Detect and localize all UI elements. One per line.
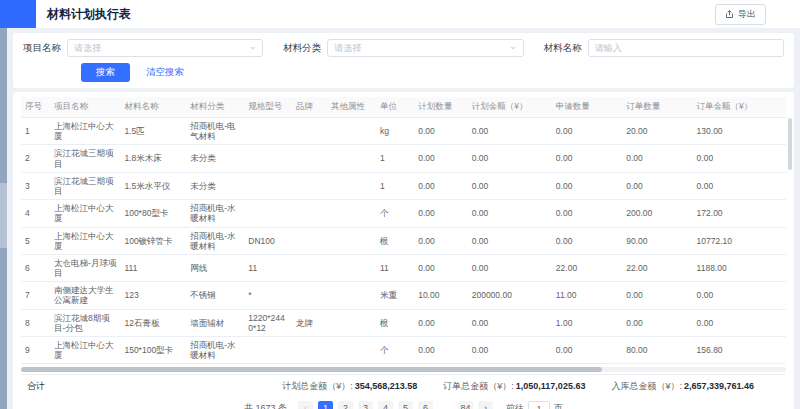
material-name-input[interactable] bbox=[595, 43, 777, 53]
page-ellipsis[interactable]: ... bbox=[438, 401, 453, 409]
page-button[interactable]: 1 bbox=[318, 401, 333, 409]
table-cell: 0.00 bbox=[414, 309, 468, 336]
table-cell: 200.00 bbox=[622, 200, 692, 227]
table-cell: kg bbox=[376, 118, 414, 145]
table-cell bbox=[292, 227, 327, 254]
horizontal-scrollbar-thumb[interactable] bbox=[21, 367, 602, 372]
table-cell: 90.00 bbox=[622, 227, 692, 254]
vertical-scrollbar[interactable] bbox=[788, 118, 792, 170]
export-button-label: 导出 bbox=[738, 8, 756, 21]
inbound-total-value: 2,657,339,761.46 bbox=[684, 381, 754, 391]
filter-row: 项目名称 请选择 ⌄ 材料分类 请选择 ⌄ 材料名称 bbox=[23, 39, 784, 57]
collapsed-sidebar[interactable] bbox=[0, 0, 7, 409]
export-button[interactable]: 导出 bbox=[715, 4, 766, 25]
page-title: 材料计划执行表 bbox=[47, 6, 131, 23]
table-cell bbox=[292, 145, 327, 172]
search-button[interactable]: 搜索 bbox=[81, 63, 130, 82]
table-cell: 根 bbox=[376, 309, 414, 336]
summary-total-label: 合计 bbox=[27, 380, 45, 393]
category-filter-label: 材料分类 bbox=[283, 42, 321, 55]
order-total-label: 订单总金额（¥）: bbox=[443, 381, 514, 391]
table-cell bbox=[244, 118, 291, 145]
planned-total: 计划总金额（¥）:354,568,213.58 bbox=[282, 380, 417, 393]
table-cell: 0.00 bbox=[622, 282, 692, 309]
table-cell bbox=[292, 337, 327, 364]
table-cell: 上海松江中心大厦 bbox=[50, 118, 120, 145]
column-header: 单位 bbox=[376, 97, 414, 118]
table-row: 5上海松江中心大厦100镀锌管卡招商机电-水暖材料DN100根0.000.000… bbox=[21, 227, 786, 254]
project-select-placeholder: 请选择 bbox=[74, 42, 249, 55]
order-total: 订单总金额（¥）:1,050,117,025.63 bbox=[443, 380, 585, 393]
table-cell: 200000.00 bbox=[468, 282, 552, 309]
sidebar-active-segment bbox=[0, 183, 7, 248]
table-cell: 1.8米木床 bbox=[120, 145, 186, 172]
export-icon bbox=[725, 10, 734, 19]
prev-page-button[interactable]: ‹ bbox=[298, 401, 313, 409]
column-header: 序号 bbox=[21, 97, 50, 118]
table-cell bbox=[327, 337, 376, 364]
table-cell bbox=[292, 254, 327, 281]
table-cell: 0.00 bbox=[468, 309, 552, 336]
table-cell: 130.00 bbox=[693, 118, 786, 145]
goto-page-input[interactable] bbox=[528, 401, 550, 409]
table-cell bbox=[327, 227, 376, 254]
column-header: 项目名称 bbox=[50, 97, 120, 118]
chevron-down-icon: ⌄ bbox=[509, 42, 517, 51]
table-cell bbox=[292, 172, 327, 199]
table-cell: 10772.10 bbox=[693, 227, 786, 254]
table-cell: 未分类 bbox=[186, 172, 244, 199]
table-cell: 5 bbox=[21, 227, 50, 254]
table-cell: 个 bbox=[376, 200, 414, 227]
column-header: 规格型号 bbox=[244, 97, 291, 118]
clear-search-link[interactable]: 清空搜索 bbox=[146, 66, 184, 79]
table-cell bbox=[327, 254, 376, 281]
page-button[interactable]: 2 bbox=[338, 401, 353, 409]
table-cell: 0.00 bbox=[622, 145, 692, 172]
pagination-total-text: 共 1673 条 bbox=[244, 402, 287, 409]
table-row: 1上海松江中心大厦1.5匹招商机电-电气材料kg0.000.000.0020.0… bbox=[21, 118, 786, 145]
results-table-panel: 序号项目名称材料名称材料分类规格型号品牌其他属性单位计划数量计划金额（¥）申请数… bbox=[13, 92, 794, 409]
page-button[interactable]: 3 bbox=[358, 401, 373, 409]
page-button[interactable]: 4 bbox=[378, 401, 393, 409]
summary-row: 合计 计划总金额（¥）:354,568,213.58 订单总金额（¥）:1,05… bbox=[21, 374, 786, 397]
table-cell: 0.00 bbox=[468, 200, 552, 227]
page-button[interactable]: 5 bbox=[398, 401, 413, 409]
logo-block bbox=[0, 0, 36, 28]
project-select[interactable]: 请选择 ⌄ bbox=[67, 39, 263, 57]
table-cell: 80.00 bbox=[622, 337, 692, 364]
table-cell: 150*100型卡 bbox=[120, 337, 186, 364]
table-cell: 1.5米水平仪 bbox=[120, 172, 186, 199]
column-header: 其他属性 bbox=[327, 97, 376, 118]
table-cell bbox=[292, 118, 327, 145]
table-cell: 上海松江中心大厦 bbox=[50, 337, 120, 364]
page-button[interactable]: 6 bbox=[418, 401, 433, 409]
project-filter-group: 项目名称 请选择 ⌄ bbox=[23, 39, 263, 57]
table-row: 2滨江花城三期项目1.8米木床未分类10.000.000.000.000.00 bbox=[21, 145, 786, 172]
inbound-total: 入库总金额（¥）:2,657,339,761.46 bbox=[611, 380, 754, 393]
chevron-down-icon: ⌄ bbox=[249, 42, 257, 51]
next-page-button[interactable]: › bbox=[478, 401, 493, 409]
table-cell bbox=[327, 145, 376, 172]
table-cell: 0.00 bbox=[468, 172, 552, 199]
page-list: 123456...84 bbox=[318, 401, 473, 409]
materials-table: 序号项目名称材料名称材料分类规格型号品牌其他属性单位计划数量计划金额（¥）申请数… bbox=[21, 97, 786, 364]
horizontal-scrollbar-track[interactable] bbox=[21, 367, 786, 372]
page-button[interactable]: 84 bbox=[458, 401, 473, 409]
table-cell: 111 bbox=[120, 254, 186, 281]
table-cell: 0.00 bbox=[552, 200, 622, 227]
table-cell: 1.5匹 bbox=[120, 118, 186, 145]
table-cell bbox=[292, 282, 327, 309]
table-cell: 6 bbox=[21, 254, 50, 281]
table-cell: 0.00 bbox=[693, 172, 786, 199]
table-cell bbox=[327, 282, 376, 309]
table-cell: 0.00 bbox=[414, 254, 468, 281]
category-filter-group: 材料分类 请选择 ⌄ bbox=[283, 39, 523, 57]
table-cell: 滨江花城8期项目-分包 bbox=[50, 309, 120, 336]
category-select[interactable]: 请选择 ⌄ bbox=[327, 39, 523, 57]
table-row: 8滨江花城8期项目-分包12石膏板墙面辅材1220*2440*12龙牌根0.00… bbox=[21, 309, 786, 336]
table-cell: 墙面辅材 bbox=[186, 309, 244, 336]
table-cell bbox=[244, 337, 291, 364]
table-cell: 2 bbox=[21, 145, 50, 172]
table-cell: 0.00 bbox=[693, 309, 786, 336]
table-cell bbox=[327, 172, 376, 199]
